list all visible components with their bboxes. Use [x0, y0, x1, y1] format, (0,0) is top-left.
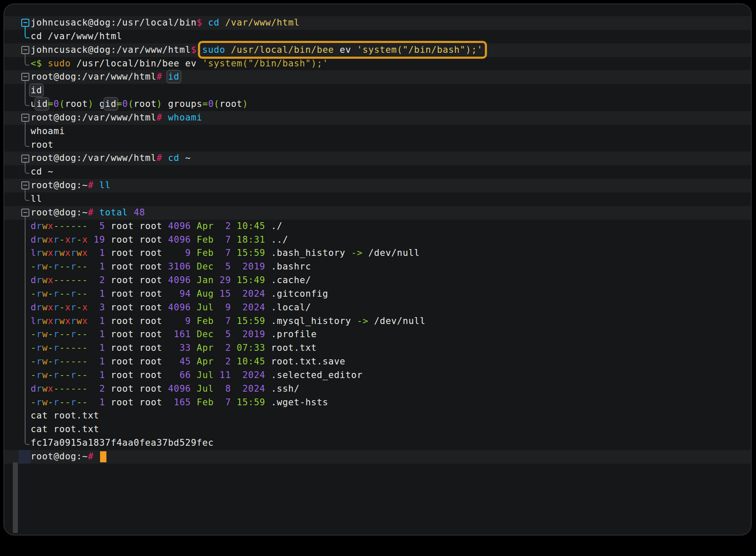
text-segment: ( — [59, 99, 65, 109]
fold-collapse-icon[interactable] — [21, 19, 29, 27]
text-segment: - — [59, 221, 65, 231]
text-segment: w — [42, 261, 48, 272]
text-segment: total — [99, 207, 128, 218]
text-segment: w — [42, 302, 48, 312]
text-segment: x — [48, 384, 53, 394]
fold-collapse-icon[interactable] — [21, 155, 29, 163]
text-segment: 'system("/bin/bash");' — [202, 58, 328, 69]
text-segment: x — [82, 302, 88, 312]
text-segment: d — [31, 384, 36, 394]
prompt-line: root@dog:~# ll — [4, 179, 751, 192]
text-segment: - — [65, 343, 71, 353]
text-segment: ./ — [265, 221, 282, 231]
text-segment: - — [54, 275, 59, 285]
output-line: fc17a0915a1837f4aa0fea37bd529fec — [4, 436, 751, 450]
text-segment: 11 — [214, 370, 231, 380]
text-segment: w — [42, 384, 48, 394]
fold-collapse-icon[interactable] — [21, 114, 29, 122]
text-segment: r — [36, 329, 42, 339]
prompt-line: root@dog:~# — [4, 450, 751, 464]
text-segment: root root — [105, 356, 162, 367]
text-segment: - — [71, 221, 76, 231]
text-segment: - — [77, 384, 82, 394]
text-segment: - — [82, 275, 88, 285]
fold-bracket — [25, 27, 29, 38]
text-segment: cd ~ — [31, 166, 54, 177]
text-segment — [94, 180, 99, 190]
text-segment: - — [59, 289, 65, 299]
text-segment: x — [82, 235, 88, 245]
text-segment: 0 — [54, 99, 59, 109]
text-segment: r — [36, 343, 42, 353]
text-segment — [94, 207, 99, 218]
prompt-line: root@dog:/var/www/html# id — [4, 70, 751, 84]
text-segment: .mysql_history — [265, 316, 351, 326]
text-segment: - — [77, 221, 82, 231]
scrollbar-thumb[interactable] — [13, 462, 18, 533]
text-segment: Apr — [191, 356, 214, 367]
text-segment: - — [82, 356, 88, 367]
text-segment: - — [48, 370, 53, 380]
text-segment: r — [54, 343, 59, 353]
text-segment: root root — [105, 221, 162, 231]
text-segment: sudo — [202, 45, 225, 55]
text-segment: ) — [157, 99, 162, 109]
text-segment — [202, 17, 208, 28]
text-segment: 8 — [214, 384, 231, 394]
text-segment: ) — [243, 99, 248, 109]
text-segment: - — [77, 370, 82, 380]
fold-bracket — [25, 122, 29, 147]
output-line: cd ~ — [4, 165, 751, 179]
text-segment: = — [202, 99, 208, 109]
text-segment: r — [36, 356, 42, 367]
text-segment: 29 — [214, 275, 231, 285]
text-segment: w — [42, 289, 48, 299]
text-segment: 2019 — [231, 329, 266, 339]
fold-collapse-icon[interactable] — [21, 181, 29, 189]
text-segment: Feb — [191, 316, 214, 326]
output-line: -rw-r--r-- 1 root root 165 Feb 7 15:59 .… — [4, 396, 751, 410]
text-segment: - — [31, 261, 36, 272]
text-segment: x — [48, 275, 53, 285]
text-segment — [94, 451, 99, 461]
text-segment: 2 — [88, 275, 105, 285]
text-segment: - — [77, 343, 82, 353]
text-segment: 1 — [88, 397, 105, 407]
text-segment: root.txt.save — [265, 356, 345, 367]
text-segment: 0 — [208, 99, 214, 109]
text-segment: Feb — [191, 397, 214, 407]
output-line: ll — [4, 192, 751, 206]
text-segment: r — [54, 235, 59, 245]
text-segment: - — [82, 343, 88, 353]
fold-bracket — [25, 54, 29, 66]
text-segment: 10:45 — [231, 221, 266, 231]
text-segment: Jan — [191, 275, 214, 285]
text-segment: Jul — [191, 384, 214, 394]
text-segment: .bash_history — [265, 248, 345, 258]
text-segment: - — [48, 356, 53, 367]
text-segment: .ssh/ — [265, 384, 300, 394]
terminal-output[interactable]: johncusack@dog:/usr/local/bin$ cd /var/w… — [4, 4, 751, 464]
text-segment: .gitconfig — [265, 289, 328, 299]
output-line: -rw-r--r-- 1 root root 94 Aug 15 2024 .g… — [4, 287, 751, 301]
text-segment: r — [71, 289, 76, 299]
text-segment: r — [71, 302, 76, 312]
text-segment: - — [65, 384, 71, 394]
text-segment: 7 — [214, 235, 231, 245]
text-segment: root root — [105, 248, 162, 258]
text-segment: x — [48, 302, 53, 312]
text-segment: r — [71, 397, 76, 407]
fold-collapse-icon[interactable] — [21, 46, 29, 54]
text-segment: fc17a0915a1837f4aa0fea37bd529fec — [31, 438, 214, 448]
text-segment: - — [65, 370, 71, 380]
text-segment: d — [31, 275, 36, 285]
text-segment: 19 — [88, 235, 105, 245]
text-segment: x — [48, 235, 53, 245]
fold-collapse-icon[interactable] — [21, 209, 29, 217]
text-segment: ../ — [265, 235, 288, 245]
text-segment: 94 — [162, 289, 191, 299]
prompt-line: johncusack@dog:/usr/local/bin$ cd /var/w… — [4, 16, 751, 30]
fold-collapse-icon[interactable] — [21, 73, 29, 81]
text-segment: r — [71, 261, 76, 272]
text-segment: root — [65, 99, 88, 109]
